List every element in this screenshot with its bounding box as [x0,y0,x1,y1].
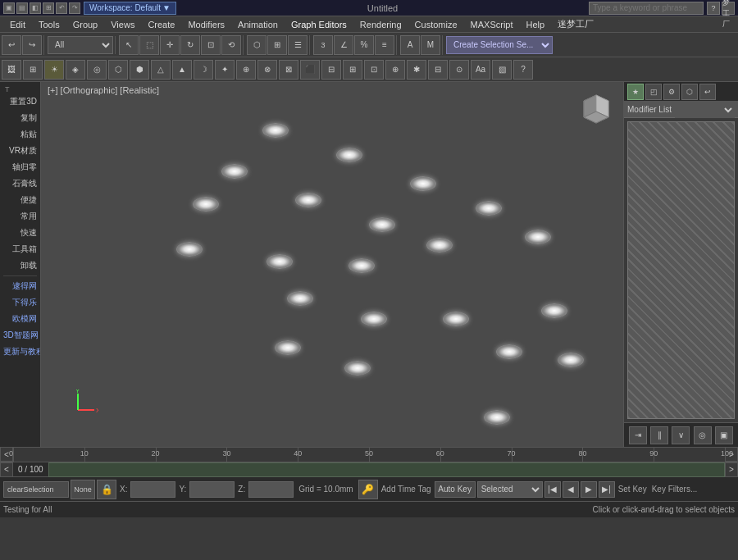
sec-tool-6[interactable]: ⬡ [108,60,128,80]
sec-tool-13[interactable]: ⊗ [257,60,277,80]
lock-icon[interactable]: 🔒 [97,480,116,499]
scale-tool-2[interactable]: ⟲ [221,35,241,55]
sidebar-item-plasterline[interactable]: 石膏线 [0,175,40,192]
light-object-3[interactable] [410,176,436,191]
light-object-0[interactable] [262,123,289,138]
panel-tool-2[interactable]: ∥ [650,426,668,444]
sec-tool-10[interactable]: ☽ [194,60,213,80]
panel-tool-4[interactable]: ◎ [694,426,712,444]
help-icon[interactable]: ? [707,2,720,15]
undo-button[interactable]: ↩ [2,35,21,55]
align-tool[interactable]: ⊞ [267,35,287,55]
light-object-10[interactable] [348,258,375,273]
selected-dropdown[interactable]: Selected [477,481,543,498]
light-object-15[interactable] [443,312,469,326]
sec-tool-3[interactable]: ☀ [44,60,64,80]
sec-tool-20[interactable]: ✱ [407,60,426,80]
snap-3d[interactable]: 3 [313,35,333,55]
sidebar-item-quick[interactable]: 便捷 [0,192,40,208]
menu-views[interactable]: Views [104,18,141,31]
sidebar-link-oumowang[interactable]: 欧模网 [0,311,40,327]
light-object-5[interactable] [295,193,321,207]
sec-tool-2[interactable]: ⊞ [23,60,43,80]
light-object-13[interactable] [287,291,313,306]
sec-tool-23[interactable]: Aa [471,60,490,80]
menu-group[interactable]: Group [66,18,105,31]
timeline-track[interactable] [48,462,725,477]
sec-tool-17[interactable]: ⊞ [343,60,362,80]
percent-snap[interactable]: % [354,35,374,55]
sec-tool-5[interactable]: ◎ [87,60,107,80]
layer-tool[interactable]: ☰ [288,35,308,55]
spinner-snap[interactable]: ≡ [375,35,394,55]
menu-animation[interactable]: Animation [231,18,285,31]
scale-tool[interactable]: ⊡ [201,35,221,55]
light-object-11[interactable] [426,238,453,253]
light-object-2[interactable] [221,164,248,179]
menu-graph-editors[interactable]: Graph Editors [285,18,353,31]
viewport[interactable]: [+] [Orthographic] [Realistic] X Y [41,82,623,447]
sec-tool-9[interactable]: ▲ [172,60,192,80]
sidebar-link-3dzhitiwang[interactable]: 3D智题网 [0,327,40,344]
rotate-tool[interactable]: ↻ [180,35,200,55]
sec-tool-21[interactable]: ⊟ [428,60,448,80]
sec-tool-18[interactable]: ⊡ [364,60,384,80]
light-object-1[interactable] [336,148,362,162]
sec-tool-19[interactable]: ⊕ [385,60,405,80]
sec-tool-24[interactable]: ▧ [492,60,512,80]
window-icon-1[interactable]: ▣ [3,2,15,14]
sidebar-item-axiszero[interactable]: 轴归零 [0,159,40,175]
light-object-18[interactable] [344,361,371,376]
panel-icon-1[interactable]: ★ [627,84,644,100]
light-object-16[interactable] [541,303,567,318]
sidebar-item-paste[interactable]: 粘贴 [0,126,40,143]
menu-tools[interactable]: Tools [32,18,66,31]
sidebar-item-copy[interactable]: 复制 [0,110,40,126]
y-input[interactable] [189,481,235,498]
search-input[interactable] [589,2,704,15]
timeline-scrubber-right[interactable]: > [725,462,738,477]
panel-icon-2[interactable]: ◰ [645,84,662,100]
sec-tool-7[interactable]: ⬢ [130,60,149,80]
light-object-20[interactable] [558,353,584,367]
sidebar-link-updates[interactable]: 更新与教程 [0,344,40,360]
named-select[interactable]: A [400,35,420,55]
key-icon[interactable]: 🔑 [358,480,378,499]
z-input[interactable] [248,481,294,498]
sec-tool-12[interactable]: ⊕ [236,60,256,80]
light-object-21[interactable] [484,410,510,425]
auto-key-button[interactable]: Auto Key [435,481,476,498]
play-button[interactable]: ▶ [581,481,597,498]
sidebar-item-unload[interactable]: 卸载 [0,257,40,274]
sec-tool-25[interactable]: ? [513,60,533,80]
menu-modifiers[interactable]: Modifiers [181,18,231,31]
sidebar-item-fast[interactable]: 快速 [0,225,40,241]
panel-icon-5[interactable]: ↩ [699,84,716,100]
window-icon-3[interactable]: ◧ [30,2,41,14]
sec-tool-14[interactable]: ⊠ [279,60,298,80]
light-object-14[interactable] [361,312,387,326]
light-object-8[interactable] [176,242,203,257]
sec-tool-1[interactable]: 🖼 [2,60,21,80]
material-editor[interactable]: M [421,35,440,55]
panel-tool-3[interactable]: ∨ [672,426,690,444]
light-object-19[interactable] [496,344,522,359]
select-tool[interactable]: ↖ [119,35,139,55]
light-object-7[interactable] [476,201,502,216]
light-object-12[interactable] [525,230,551,244]
sec-tool-8[interactable]: △ [151,60,171,80]
none-button[interactable]: None [71,480,95,499]
menu-maxscript[interactable]: MAXScript [464,18,520,31]
viewport-cube[interactable] [576,89,617,130]
sidebar-link-daideiwang[interactable]: 逮得网 [0,278,40,294]
sidebar-item-vrmaterial[interactable]: VR材质 [0,143,40,159]
panel-tool-5[interactable]: ▣ [715,426,733,444]
sidebar-item-reset3d[interactable]: 重置3D [0,93,40,110]
window-icon-6[interactable]: ↷ [69,2,80,14]
sec-tool-22[interactable]: ⊙ [449,60,469,80]
move-tool[interactable]: ✛ [160,35,180,55]
clear-selection-button[interactable]: clearSelection [3,481,69,498]
window-icon-4[interactable]: ⊞ [43,2,54,14]
panel-icon-3[interactable]: ⚙ [663,84,680,100]
sec-tool-15[interactable]: ⬛ [300,60,320,80]
